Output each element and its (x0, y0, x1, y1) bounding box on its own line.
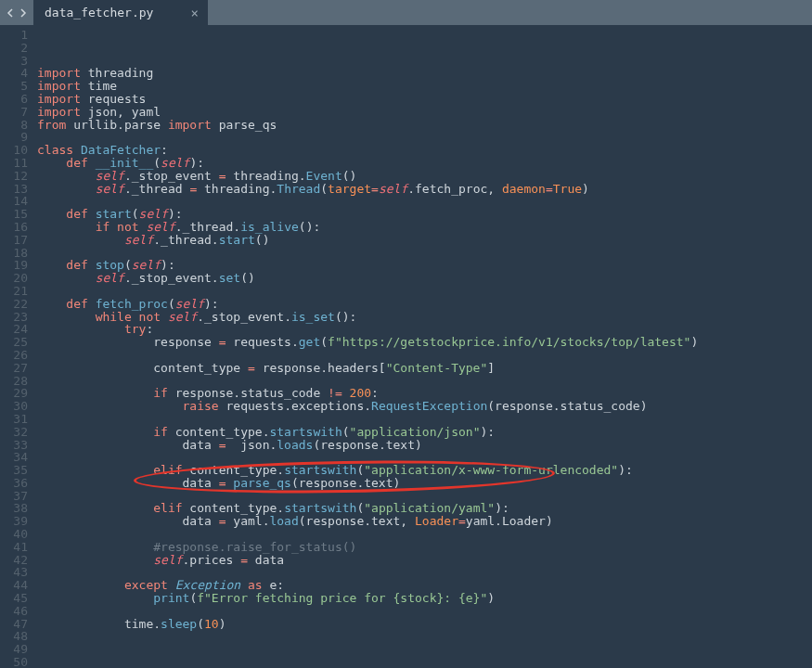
line-number: 50 (0, 656, 28, 668)
code-line: import time (37, 80, 812, 93)
line-number: 31 (0, 413, 28, 426)
line-number: 13 (0, 183, 28, 196)
line-number: 22 (0, 298, 28, 311)
line-number: 2 (0, 42, 28, 55)
code-line: #response.raise_for_status() (37, 541, 812, 554)
nav-forward-icon[interactable] (19, 8, 28, 18)
code-line: data = yaml.load(response.text, Loader=y… (37, 515, 812, 528)
close-icon[interactable]: × (190, 6, 198, 19)
line-number: 23 (0, 311, 28, 324)
code-line: elif content_type.startswith("applicatio… (37, 502, 812, 515)
code-line (37, 349, 812, 362)
line-number: 6 (0, 93, 28, 106)
line-number: 28 (0, 375, 28, 388)
code-line (37, 131, 812, 144)
code-line: content_type = response.headers["Content… (37, 362, 812, 375)
code-line: if content_type.startswith("application/… (37, 426, 812, 439)
line-number: 49 (0, 643, 28, 656)
line-number: 4 (0, 67, 28, 80)
line-number: 24 (0, 323, 28, 336)
code-line: def start(self): (37, 208, 812, 221)
code-line (37, 490, 812, 503)
code-line: self._stop_event.set() (37, 272, 812, 285)
line-number: 43 (0, 566, 28, 579)
code-line: self._thread = threading.Thread(target=s… (37, 183, 812, 196)
line-number: 7 (0, 106, 28, 119)
code-line: self.prices = data (37, 554, 812, 567)
code-line (37, 413, 812, 426)
code-line (37, 566, 812, 579)
code-line: except Exception as e: (37, 579, 812, 592)
line-number: 26 (0, 349, 28, 362)
code-line: elif content_type.startswith("applicatio… (37, 464, 812, 477)
code-line: print(f"Error fetching price for {stock}… (37, 592, 812, 605)
line-number: 8 (0, 119, 28, 132)
line-number: 10 (0, 144, 28, 157)
code-line: response = requests.get(f"https://getsto… (37, 336, 812, 349)
line-number: 38 (0, 502, 28, 515)
editor[interactable]: 1234567891011121314151617181920212223242… (0, 25, 812, 668)
code-line: raise requests.exceptions.RequestExcepti… (37, 400, 812, 413)
code-line (37, 451, 812, 464)
line-number: 36 (0, 477, 28, 490)
line-number: 45 (0, 592, 28, 605)
nav-back-icon[interactable] (6, 8, 15, 18)
line-number: 48 (0, 630, 28, 643)
code-line: import requests (37, 93, 812, 106)
code-line: from urllib.parse import parse_qs (37, 119, 812, 132)
line-number: 30 (0, 400, 28, 413)
line-number: 32 (0, 426, 28, 439)
code-line: class DataFetcher: (37, 144, 812, 157)
line-number: 14 (0, 195, 28, 208)
code-line (37, 375, 812, 388)
code-line (37, 247, 812, 260)
code-line (37, 643, 812, 656)
line-number: 40 (0, 528, 28, 541)
code-line (37, 528, 812, 541)
code-line: def __init__(self): (37, 157, 812, 170)
line-number: 27 (0, 362, 28, 375)
code-line: try: (37, 323, 812, 336)
line-number: 37 (0, 490, 28, 503)
code-line (37, 630, 812, 643)
line-number: 16 (0, 221, 28, 234)
line-number: 35 (0, 464, 28, 477)
line-number: 33 (0, 439, 28, 452)
code-line: def stop(self): (37, 259, 812, 272)
line-number: 3 (0, 55, 28, 68)
line-number-gutter: 1234567891011121314151617181920212223242… (0, 25, 37, 668)
code-area[interactable]: import threadingimport timeimport reques… (37, 25, 812, 668)
tab-active[interactable]: data_fetcher.py × (33, 0, 208, 25)
code-line: time.sleep(10) (37, 618, 812, 631)
code-line: if response.status_code != 200: (37, 387, 812, 400)
code-line: while not self._stop_event.is_set(): (37, 311, 812, 324)
line-number: 41 (0, 541, 28, 554)
line-number: 44 (0, 579, 28, 592)
line-number: 15 (0, 208, 28, 221)
line-number: 18 (0, 247, 28, 260)
code-line: def fetch_proc(self): (37, 298, 812, 311)
tab-filename: data_fetcher.py (45, 6, 153, 19)
code-line (37, 656, 812, 668)
code-line: self._stop_event = threading.Event() (37, 170, 812, 183)
code-line: import json, yaml (37, 106, 812, 119)
code-line (37, 605, 812, 618)
code-line: data = parse_qs(response.text) (37, 477, 812, 490)
line-number: 17 (0, 234, 28, 247)
line-number: 39 (0, 515, 28, 528)
line-number: 19 (0, 259, 28, 272)
line-number: 9 (0, 131, 28, 144)
line-number: 34 (0, 451, 28, 464)
line-number: 12 (0, 170, 28, 183)
code-line: self._thread.start() (37, 234, 812, 247)
line-number: 42 (0, 554, 28, 567)
line-number: 25 (0, 336, 28, 349)
code-line: if not self._thread.is_alive(): (37, 221, 812, 234)
tab-bar: data_fetcher.py × (0, 0, 812, 25)
tab-nav-arrows (0, 8, 33, 18)
line-number: 46 (0, 605, 28, 618)
code-line: import threading (37, 67, 812, 80)
line-number: 47 (0, 618, 28, 631)
line-number: 1 (0, 29, 28, 42)
code-line (37, 195, 812, 208)
